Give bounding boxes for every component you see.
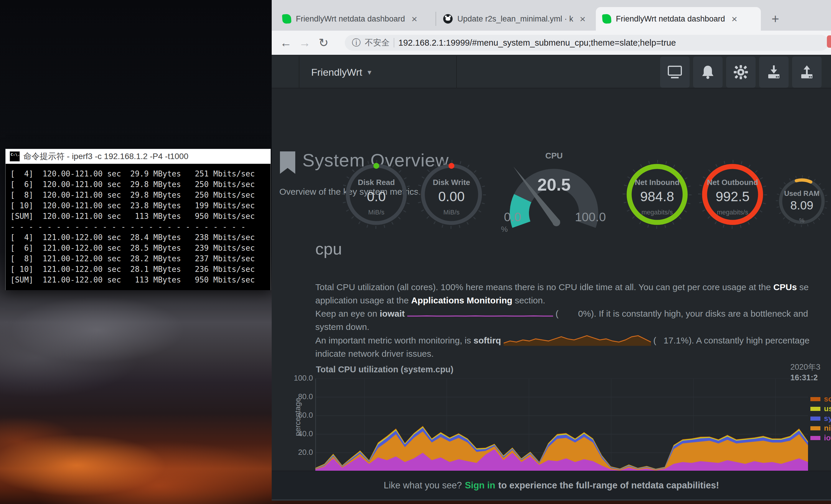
gauge-cpu[interactable]: CPU 20.5 0.0 100.0 % — [495, 149, 613, 237]
github-favicon-icon — [443, 14, 453, 24]
desktop: C:\. 命令提示符 - iperf3 -c 192.168.1.2 -P4 -… — [0, 0, 831, 504]
terminal-titlebar[interactable]: C:\. 命令提示符 - iperf3 -c 192.168.1.2 -P4 -… — [6, 149, 270, 164]
chart-legend: softirqusersystemniceiowait — [810, 394, 831, 443]
security-label: 不安全 — [365, 37, 390, 48]
tab-close-icon[interactable]: × — [578, 14, 587, 24]
legend-swatch — [810, 407, 821, 411]
desc-text: Keep an eye on — [315, 309, 380, 319]
gauge-value: 8.09 — [776, 199, 828, 212]
y-tick: 20.0 — [281, 448, 313, 457]
new-tab-button[interactable]: + — [767, 10, 783, 27]
sign-in-link[interactable]: Sign in — [465, 480, 495, 491]
terminal-output[interactable]: [ 4] 120.00-121.00 sec 29.9 MBytes 251 M… — [6, 164, 270, 290]
status-dot — [449, 163, 454, 169]
gauge-net-inbound[interactable]: Net Inbound 984.8 megabits/s — [622, 160, 692, 229]
gauge-unit: MiB/s — [342, 209, 411, 216]
signin-post-text: to experience the full-range of netdata … — [498, 480, 719, 491]
gauge-disk-write[interactable]: Disk Write 0.00 MiB/s — [417, 160, 486, 229]
gauge-value: 984.8 — [622, 188, 692, 204]
legend-item-softirq[interactable]: softirq — [810, 394, 831, 404]
extension-icon[interactable] — [827, 35, 831, 48]
tab-close-icon[interactable]: × — [729, 14, 739, 24]
nodes-view-button[interactable] — [660, 57, 690, 88]
gauge-label: Net Outbound — [698, 178, 767, 187]
cmd-icon: C:\. — [10, 151, 20, 161]
gauge-label: CPU — [495, 151, 613, 160]
desc-text: ( — [653, 335, 656, 345]
chart-title: Total CPU utilization (system.cpu) — [316, 365, 454, 375]
gauge-min: 0.0 — [504, 210, 521, 224]
tab-close-icon[interactable]: × — [410, 14, 419, 24]
iowait-sparkline[interactable] — [407, 309, 553, 319]
gauge-disk-read[interactable]: Disk Read 0.0 MiB/s — [342, 160, 411, 229]
tab-github[interactable]: Update r2s_lean_minimal.yml · k × — [437, 7, 595, 31]
legend-item-iowait[interactable]: iowait — [810, 433, 831, 443]
tab-separator — [435, 12, 436, 26]
softirq-sparkline[interactable] — [504, 333, 651, 347]
legend-swatch — [810, 436, 821, 440]
y-tick: 40.0 — [281, 429, 313, 438]
gauge-unit: MiB/s — [417, 209, 486, 216]
export-button[interactable] — [792, 57, 822, 88]
netdata-favicon-icon — [602, 14, 611, 24]
tab-netdata-1[interactable]: FriendlyWrt netdata dashboard × — [276, 7, 435, 31]
y-tick: 100.0 — [281, 374, 313, 383]
desc-text: application usage at the — [315, 295, 411, 305]
legend-item-user[interactable]: user — [810, 404, 831, 414]
netdata-brand-menu[interactable]: FriendlyWrt ▾ — [299, 56, 457, 88]
legend-swatch — [810, 397, 821, 401]
download-icon — [767, 65, 781, 80]
address-bar[interactable]: ⓘ 不安全 192.168.2.1:19999/#menu_system_sub… — [345, 35, 829, 51]
reload-button[interactable]: ↻ — [314, 36, 333, 50]
desc-text: ). If it is constantly high, your disks … — [591, 309, 808, 319]
back-button[interactable]: ← — [277, 36, 295, 50]
legend-swatch — [810, 416, 821, 421]
gauge-unit: % — [776, 217, 828, 224]
gauge-net-outbound[interactable]: Net Outbound 992.5 megabits/s — [698, 160, 767, 229]
forward-button[interactable]: → — [295, 36, 314, 50]
url-text[interactable]: 192.168.2.1:19999/#menu_system_submenu_c… — [398, 38, 676, 48]
cpu-utilization-chart[interactable] — [315, 379, 808, 471]
netdata-favicon-icon — [282, 14, 291, 24]
legend-item-system[interactable]: system — [810, 414, 831, 423]
gauge-label: Disk Read — [342, 178, 411, 187]
applications-monitoring-link[interactable]: Applications Monitoring — [411, 295, 512, 305]
chevron-down-icon: ▾ — [368, 68, 371, 77]
softirq-value: 17.1% — [656, 334, 689, 347]
gauge-value: 20.5 — [495, 175, 613, 195]
desc-text: indicate network driver issues. — [315, 347, 831, 360]
legend-item-nice[interactable]: nice — [810, 423, 831, 433]
bookmark-icon — [280, 151, 295, 174]
gauge-label: Net Inbound — [622, 178, 692, 187]
terminal-title: 命令提示符 - iperf3 -c 192.168.1.2 -P4 -t1000 — [23, 151, 188, 162]
tab-netdata-2-active[interactable]: FriendlyWrt netdata dashboard × — [596, 7, 761, 31]
cpus-link[interactable]: CPUs — [773, 282, 797, 292]
netdata-navbar: FriendlyWrt ▾ — [272, 56, 831, 88]
site-info-icon[interactable]: ⓘ — [352, 37, 361, 49]
import-button[interactable] — [759, 57, 789, 88]
chart-date-line: 2020年3 — [790, 362, 821, 372]
upload-icon — [800, 65, 814, 80]
gauge-unit: megabits/s — [622, 209, 692, 216]
gauge-used-ram[interactable]: Used RAM 8.09 % — [776, 175, 828, 227]
settings-button[interactable] — [726, 57, 755, 88]
gauge-unit: megabits/s — [698, 209, 767, 216]
gauge-value: 0.0 — [342, 188, 411, 204]
y-tick: 80.0 — [281, 392, 313, 401]
browser-window: FriendlyWrt netdata dashboard × Update r… — [272, 0, 831, 501]
signin-pre-text: Like what you see? — [384, 480, 462, 491]
desc-text: ( — [555, 309, 558, 319]
desc-text: se — [797, 282, 809, 292]
gauge-value: 0.00 — [417, 188, 486, 204]
legend-label: softirq — [824, 394, 831, 404]
desc-text: An important metric worth monitoring, is — [315, 335, 474, 345]
netdata-page: FriendlyWrt ▾ — [272, 55, 831, 501]
terminal-window[interactable]: C:\. 命令提示符 - iperf3 -c 192.168.1.2 -P4 -… — [5, 149, 271, 290]
tab-title: Update r2s_lean_minimal.yml · k — [457, 14, 573, 24]
cpu-section-description: Total CPU utilization (all cores). 100% … — [315, 280, 831, 360]
cpu-section-heading: cpu — [315, 239, 342, 258]
tab-strip: FriendlyWrt netdata dashboard × Update r… — [272, 0, 831, 31]
url-divider — [394, 38, 394, 48]
signin-bar: Like what you see? Sign in to experience… — [272, 471, 831, 500]
alarms-button[interactable] — [693, 57, 722, 88]
